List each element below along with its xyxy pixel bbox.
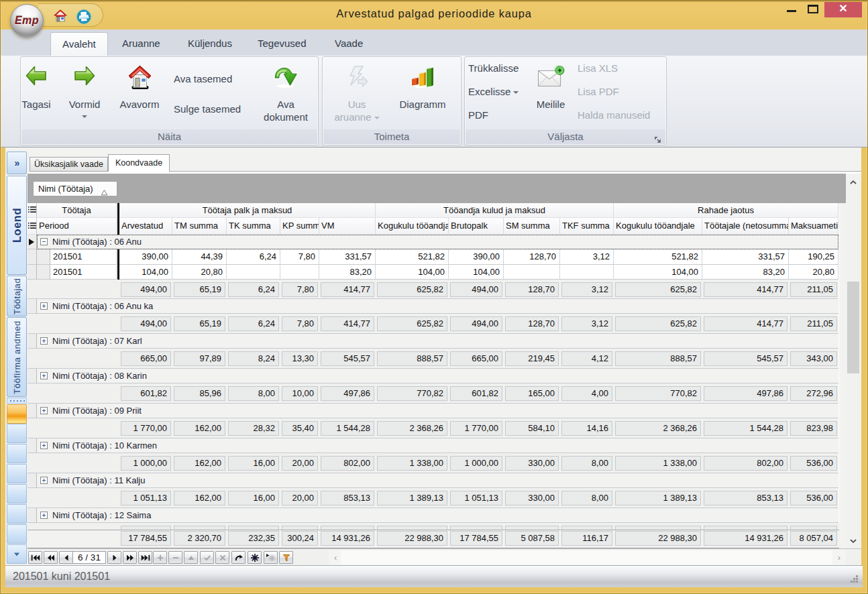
scroll-left-icon[interactable]: ‹ bbox=[334, 552, 337, 562]
view-tab-koondvaade[interactable]: Koondvaade bbox=[108, 154, 170, 172]
cell-value[interactable]: 20,80 bbox=[789, 265, 838, 280]
home-icon[interactable] bbox=[54, 9, 67, 25]
column-header-3[interactable]: TK summa bbox=[227, 218, 280, 235]
ribbon-button-ava-tasemed[interactable]: Ava tasemed bbox=[174, 73, 232, 84]
view-tab-uksikasjalik-vaade[interactable]: Üksikasjalik vaade bbox=[30, 157, 108, 172]
resize-grip[interactable] bbox=[851, 575, 860, 585]
nav-prev-page-button[interactable] bbox=[44, 551, 58, 564]
ribbon-button-ava-dokument[interactable]: Avadokument bbox=[256, 65, 316, 123]
cell-periood[interactable]: 201501 bbox=[50, 265, 117, 280]
cell-value[interactable]: 390,00 bbox=[119, 249, 172, 265]
vertical-scrollbar-thumb[interactable] bbox=[847, 282, 859, 373]
group-field-box[interactable]: Nimi (Töötaja) bbox=[33, 181, 117, 196]
cell-value[interactable] bbox=[504, 265, 560, 280]
ribbon-button-uus-aruanne[interactable]: Uusaruanne bbox=[327, 65, 387, 123]
cell-value[interactable]: 44,39 bbox=[172, 249, 227, 265]
column-header-0[interactable]: Periood bbox=[37, 218, 117, 235]
cell-value[interactable]: 3,12 bbox=[560, 249, 614, 265]
cell-value[interactable]: 104,00 bbox=[614, 265, 702, 280]
group-row-3[interactable]: Nimi (Töötaja) : 08 Karin bbox=[37, 369, 838, 383]
expand-icon[interactable] bbox=[40, 302, 48, 310]
group-row-7[interactable]: Nimi (Töötaja) : 12 Saima bbox=[37, 508, 838, 523]
nav-edit-button[interactable] bbox=[184, 551, 198, 564]
cell-value[interactable]: 7,80 bbox=[280, 249, 319, 265]
ribbon-button-diagramm[interactable]: Diagramm bbox=[392, 65, 453, 111]
dock-tab-loend[interactable]: Loend bbox=[7, 176, 27, 275]
nav-prev-button[interactable] bbox=[59, 551, 73, 564]
ribbon-button-meilile[interactable]: Meilile bbox=[521, 65, 581, 111]
nav-delete-button[interactable] bbox=[168, 551, 182, 564]
ribbon-button-avavorm[interactable]: Avavorm bbox=[109, 65, 170, 111]
band-header-3[interactable]: Rahade jaotus bbox=[614, 203, 838, 218]
maximize-button[interactable] bbox=[803, 0, 824, 17]
horizontal-scrollbar[interactable]: ‹› bbox=[329, 550, 846, 565]
nav-append-button[interactable] bbox=[153, 551, 167, 564]
group-row-1[interactable]: Nimi (Töötaja) : 06 Anu ka bbox=[37, 299, 838, 314]
nav-last-button[interactable] bbox=[138, 551, 152, 564]
cell-value[interactable] bbox=[227, 265, 280, 280]
collapse-icon[interactable] bbox=[40, 238, 48, 245]
expand-icon[interactable] bbox=[40, 407, 48, 414]
scroll-up-icon[interactable] bbox=[846, 178, 861, 186]
column-header-2[interactable]: TM summa bbox=[172, 218, 227, 235]
cell-value[interactable]: 390,00 bbox=[449, 249, 504, 265]
minimize-button[interactable] bbox=[780, 0, 803, 17]
column-header-8[interactable]: SM summa bbox=[504, 218, 560, 235]
ribbon-tab-vaade[interactable]: Vaade bbox=[323, 32, 374, 56]
nav-first-button[interactable] bbox=[28, 551, 42, 564]
band-header-1[interactable]: Töötaja palk ja maksud bbox=[119, 203, 376, 218]
nav-blog-button[interactable] bbox=[248, 551, 262, 564]
column-header-1[interactable]: Arvestatud bbox=[119, 218, 172, 235]
dock-item[interactable] bbox=[7, 444, 27, 463]
expand-icon[interactable] bbox=[40, 477, 48, 484]
cell-value[interactable]: 83,20 bbox=[702, 265, 789, 280]
cell-value[interactable]: 83,20 bbox=[319, 265, 376, 280]
expand-icon[interactable] bbox=[40, 512, 48, 519]
dock-splitter[interactable] bbox=[7, 398, 27, 404]
cell-value[interactable]: 521,82 bbox=[376, 249, 449, 265]
expand-icon[interactable] bbox=[40, 442, 48, 449]
cell-periood[interactable]: 201501 bbox=[50, 249, 117, 265]
cell-value[interactable]: 521,82 bbox=[614, 249, 702, 265]
ribbon-button-excelisse[interactable]: Excelisse bbox=[468, 86, 519, 97]
printer-icon[interactable] bbox=[76, 9, 91, 27]
ribbon-button-trukkalisse[interactable]: Trükkalisse bbox=[468, 62, 519, 74]
nav-filter-button[interactable] bbox=[279, 551, 293, 564]
group-row-4[interactable]: Nimi (Töötaja) : 09 Priit bbox=[37, 404, 838, 418]
cell-value[interactable]: 190,25 bbox=[789, 249, 838, 265]
column-header-7[interactable]: Brutopalk bbox=[449, 218, 504, 235]
group-row-0[interactable]: Nimi (Töötaja) : 06 Anu bbox=[37, 235, 838, 249]
column-header-12[interactable]: Maksuametile bbox=[789, 218, 838, 235]
ribbon-tab-aruanne[interactable]: Aruanne bbox=[111, 32, 172, 56]
ribbon-button-pdf[interactable]: PDF bbox=[468, 109, 488, 121]
column-header-4[interactable]: KP summa bbox=[280, 218, 319, 235]
close-button[interactable]: ✕ bbox=[824, 0, 862, 17]
cell-value[interactable]: 20,80 bbox=[172, 265, 227, 280]
ribbon-button-sulge-tasemed[interactable]: Sulge tasemed bbox=[174, 103, 241, 115]
dock-item[interactable] bbox=[7, 544, 27, 564]
cell-value[interactable] bbox=[560, 265, 614, 280]
group-row-5[interactable]: Nimi (Töötaja) : 10 Karmen bbox=[37, 438, 838, 453]
cell-value[interactable]: 104,00 bbox=[376, 265, 449, 280]
dock-collapse-panel[interactable]: » bbox=[7, 152, 27, 174]
vertical-scrollbar[interactable] bbox=[846, 174, 861, 548]
ribbon-tab-küljendus[interactable]: Küljendus bbox=[176, 32, 243, 56]
nav-refresh-button[interactable] bbox=[231, 551, 246, 564]
dock-item[interactable] bbox=[7, 424, 27, 443]
dock-item[interactable] bbox=[7, 524, 27, 544]
cell-value[interactable]: 331,57 bbox=[319, 249, 376, 265]
band-header-0[interactable]: Töötaja bbox=[37, 203, 117, 218]
column-header-5[interactable]: VM bbox=[319, 218, 376, 235]
application-button[interactable]: Emp bbox=[10, 4, 44, 38]
cell-value[interactable]: 104,00 bbox=[119, 265, 172, 280]
column-header-10[interactable]: Kogukulu tööandjale bbox=[614, 218, 702, 235]
scroll-down-icon[interactable] bbox=[846, 536, 861, 544]
dock-item-highlighted[interactable] bbox=[7, 404, 27, 424]
expand-icon[interactable] bbox=[40, 337, 48, 345]
group-row-6[interactable]: Nimi (Töötaja) : 11 Kalju bbox=[37, 473, 838, 488]
ribbon-tab-tegevused[interactable]: Tegevused bbox=[246, 32, 318, 56]
nav-next-page-button[interactable] bbox=[123, 551, 137, 564]
nav-cancel-button[interactable] bbox=[215, 551, 229, 564]
horizontal-scrollbar-thumb[interactable] bbox=[341, 550, 832, 565]
ribbon-tab-avaleht[interactable]: Avaleht bbox=[50, 32, 108, 56]
